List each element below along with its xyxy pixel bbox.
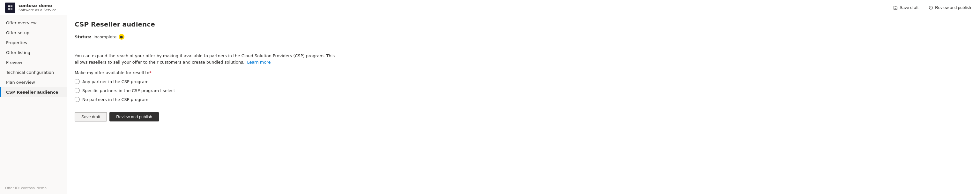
svg-rect-3 [11,8,13,10]
svg-rect-5 [894,6,896,7]
top-review-publish-label: Review and publish [935,5,971,10]
radio-option-specific-partners[interactable]: Specific partners in the CSP program I s… [75,88,347,93]
top-save-draft-button[interactable]: Save draft [889,3,922,12]
radio-specific-partners[interactable] [75,88,80,93]
form-label: Make my offer available for resell to* [75,70,347,75]
sidebar-item-offer-listing[interactable]: Offer listing [0,48,67,58]
app-name-primary: contoso_demo [19,3,56,8]
top-save-draft-label: Save draft [900,5,918,10]
save-draft-button[interactable]: Save draft [75,112,107,122]
content-area: You can expand the reach of your offer b… [67,45,354,129]
sidebar-item-technical-configuration[interactable]: Technical configuration [0,67,67,77]
required-marker: * [149,70,151,75]
svg-rect-4 [894,8,896,9]
description-text: You can expand the reach of your offer b… [75,53,347,65]
status-incomplete-icon: ● [119,34,124,40]
review-publish-button[interactable]: Review and publish [110,112,159,122]
radio-group: Any partner in the CSP program Specific … [75,79,347,102]
status-label: Status: [75,35,92,39]
app-icon [5,3,15,13]
learn-more-link[interactable]: Learn more [247,60,270,64]
top-review-publish-button[interactable]: Review and publish [925,3,975,12]
sidebar-item-plan-overview[interactable]: Plan overview [0,77,67,87]
sidebar-item-offer-setup[interactable]: Offer setup [0,28,67,38]
svg-rect-1 [11,5,13,7]
radio-option-no-partners[interactable]: No partners in the CSP program [75,97,347,102]
sidebar: Offer overview Offer setup Properties Of… [0,15,67,194]
radio-specific-partners-label: Specific partners in the CSP program I s… [82,88,175,93]
sidebar-item-preview[interactable]: Preview [0,58,67,67]
svg-rect-0 [8,5,10,7]
sidebar-item-offer-overview[interactable]: Offer overview [0,18,67,28]
layout: Offer overview Offer setup Properties Of… [0,15,980,194]
radio-any-partner[interactable] [75,79,80,84]
main-header: CSP Reseller audience Status: Incomplete… [67,15,980,45]
publish-icon [929,5,933,10]
radio-no-partners[interactable] [75,97,80,102]
sidebar-item-properties[interactable]: Properties [0,38,67,48]
top-bar: contoso_demo Software as a Service Save … [0,0,980,15]
button-row: Save draft Review and publish [75,112,347,122]
app-name: contoso_demo Software as a Service [19,3,56,12]
status-bar: Status: Incomplete ● [75,31,972,42]
app-name-secondary: Software as a Service [19,8,56,12]
radio-option-any-partner[interactable]: Any partner in the CSP program [75,79,347,84]
sidebar-nav: Offer overview Offer setup Properties Of… [0,15,67,182]
status-value: Incomplete [94,35,117,39]
radio-no-partners-label: No partners in the CSP program [82,97,148,102]
page-title: CSP Reseller audience [75,21,972,28]
radio-any-partner-label: Any partner in the CSP program [82,79,149,84]
top-bar-actions: Save draft Review and publish [889,3,975,12]
svg-rect-2 [8,8,10,10]
sidebar-footer: Offer ID: contoso_demo [0,182,67,194]
sidebar-item-csp-reseller-audience[interactable]: CSP Reseller audience [0,87,67,97]
save-icon [893,5,898,10]
app-branding: contoso_demo Software as a Service [5,3,56,13]
main-content: CSP Reseller audience Status: Incomplete… [67,15,980,194]
